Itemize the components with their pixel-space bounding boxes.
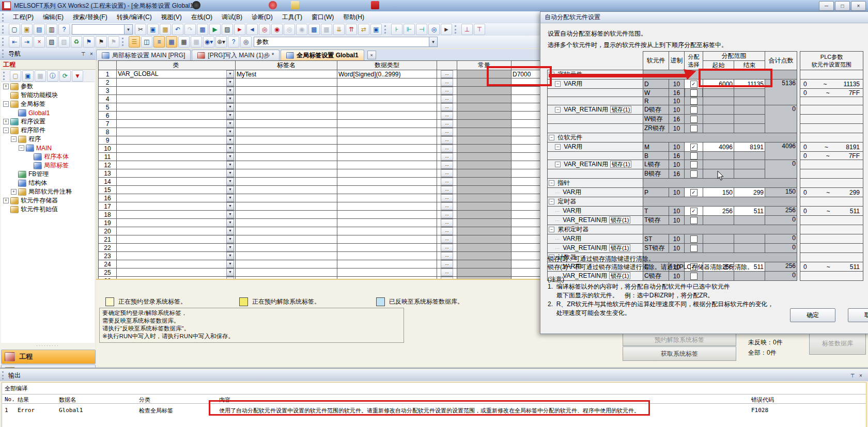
output-content[interactable]: 使用了自动分配软元件设置中设置的软元件范围的软元件。请重新修改自动分配软元件设置… (219, 407, 640, 415)
import-file-icon[interactable]: ⇊ (333, 24, 345, 35)
class-dropdown-icon[interactable]: ▼ (226, 169, 234, 177)
monitor-icon[interactable]: ▣ (370, 24, 382, 35)
data-type-cell[interactable] (337, 219, 437, 227)
range-start-cell[interactable] (703, 160, 734, 169)
range-end-cell[interactable]: 8191 (734, 143, 765, 152)
panel-splitter[interactable]: ········· (1, 344, 95, 349)
browse-button[interactable]: ... (441, 252, 453, 260)
browse-button[interactable]: ... (441, 78, 453, 86)
tab-close-button[interactable]: × (367, 51, 376, 59)
label-name-cell[interactable] (236, 128, 337, 136)
range-start-cell[interactable]: 4096 (703, 143, 734, 152)
label-name-cell[interactable] (236, 145, 337, 153)
label-name-cell[interactable] (236, 211, 337, 219)
label-name-cell[interactable] (236, 202, 337, 211)
write-to-plc-icon[interactable]: ► (234, 24, 245, 35)
label-name-cell[interactable] (236, 161, 337, 169)
nav-close-icon[interactable]: × (87, 50, 96, 57)
class-cell[interactable]: ▼ (117, 235, 236, 244)
flag-clear-icon[interactable]: ⚑ (96, 36, 107, 48)
data-type-cell[interactable] (337, 211, 437, 219)
expand-icon[interactable]: + (3, 198, 9, 203)
collapse-icon[interactable]: − (549, 227, 554, 232)
browse-button[interactable]: ... (441, 87, 453, 94)
browse-button[interactable]: ... (441, 161, 453, 169)
browse-button[interactable]: ... (441, 244, 453, 251)
class-cell[interactable]: ▼ (117, 78, 236, 87)
module-config-icon[interactable]: ◫ (141, 36, 152, 48)
reserve-release-system-label-button[interactable]: 预约解除系统标签 (623, 334, 736, 346)
data-type-cell[interactable] (337, 178, 437, 186)
class-cell[interactable]: ▼ (117, 268, 236, 277)
unchecked-checkbox[interactable] (690, 245, 698, 252)
collapse-icon[interactable]: − (3, 101, 9, 107)
range-start-cell[interactable] (703, 115, 734, 124)
tree-item-软元件初始值[interactable]: 软元件初始值 (1, 205, 95, 214)
row-number[interactable]: 11 (99, 153, 117, 161)
class-cell[interactable]: ▼ (117, 153, 236, 161)
class-dropdown-icon[interactable]: ▼ (226, 128, 234, 136)
class-dropdown-icon[interactable]: ▼ (226, 70, 234, 78)
browse-button[interactable]: ... (441, 153, 453, 161)
browse-button[interactable]: ... (441, 120, 453, 128)
class-dropdown-icon[interactable]: ▼ (226, 211, 234, 218)
range-start-cell[interactable] (703, 124, 734, 133)
collapse-icon[interactable]: − (3, 128, 9, 133)
class-cell[interactable]: ▼ (117, 194, 236, 202)
undo-icon[interactable]: ↶ (172, 24, 183, 35)
row-number[interactable]: 16 (99, 194, 117, 202)
find-device-icon[interactable]: ◎ (259, 24, 270, 35)
open-project-icon[interactable]: ▣ (21, 24, 33, 35)
unchecked-checkbox[interactable] (690, 217, 698, 224)
class-cell[interactable]: ▼ (117, 178, 236, 186)
class-dropdown-icon[interactable]: ▼ (226, 219, 234, 227)
row-number[interactable]: 8 (99, 128, 117, 136)
output-pin-icon[interactable]: ⊤ (848, 372, 857, 379)
flag-disabled-icon[interactable]: ⚑ (108, 36, 119, 48)
collapse-icon[interactable]: − (549, 72, 554, 77)
class-cell[interactable]: ▼ (117, 103, 236, 112)
data-type-cell[interactable] (337, 260, 437, 268)
tree-item-结构体[interactable]: 结构体 (1, 179, 95, 187)
menu-工具[interactable]: 工具(T) (277, 12, 307, 22)
range-start-cell[interactable] (703, 244, 734, 253)
tree-item-局部软元件注释[interactable]: +局部软元件注释 (1, 187, 95, 196)
nav-pin-icon[interactable]: ⊤ (79, 50, 87, 57)
class-dropdown-icon[interactable]: ▼ (226, 78, 234, 86)
menu-视图[interactable]: 视图(V) (157, 12, 187, 22)
checked-checkbox[interactable]: ✓ (690, 189, 698, 196)
row-number[interactable]: 12 (99, 161, 117, 169)
help-icon[interactable]: ? (58, 24, 70, 35)
unchecked-checkbox[interactable] (690, 235, 698, 243)
browse-button[interactable]: ... (441, 145, 453, 152)
class-cell[interactable]: ▼ (117, 219, 236, 227)
sidebar-item-project[interactable]: 工程 (1, 350, 96, 364)
browse-button[interactable]: ... (441, 260, 453, 268)
browse-button[interactable]: ... (441, 169, 453, 177)
range-start-cell[interactable]: 256 (703, 207, 734, 216)
range-end-cell[interactable] (734, 105, 765, 115)
close-button[interactable]: × (851, 1, 866, 11)
row-number[interactable]: 7 (99, 120, 117, 128)
label-name-cell[interactable] (236, 169, 337, 178)
device-memory-grid-icon[interactable]: ▦ (178, 36, 190, 48)
row-number[interactable]: 10 (99, 145, 117, 153)
class-cell[interactable]: ▼ (117, 202, 236, 211)
tree-item-Global1[interactable]: Global1 (1, 108, 95, 117)
row-number[interactable]: 1 (99, 70, 117, 78)
label-name-cell[interactable] (236, 219, 337, 227)
device-comment-edit-icon[interactable]: ♻ (71, 36, 82, 48)
unchecked-checkbox[interactable] (690, 273, 698, 280)
zoom-target-dropdown-icon[interactable]: ⊕▾ (215, 36, 227, 48)
class-cell[interactable]: ▼ (117, 112, 236, 120)
data-type-cell[interactable] (337, 227, 437, 235)
class-dropdown-icon[interactable]: ▼ (226, 112, 234, 119)
class-dropdown-icon[interactable]: ▼ (226, 202, 234, 210)
menu-在线[interactable]: 在线(O) (187, 12, 217, 22)
unchecked-checkbox[interactable] (690, 161, 698, 168)
redo-icon[interactable]: ↷ (184, 24, 196, 35)
row-number[interactable]: 23 (99, 252, 117, 260)
browse-button[interactable]: ... (441, 219, 453, 227)
class-dropdown-icon[interactable]: ▼ (226, 153, 234, 161)
class-cell[interactable]: ▼ (117, 260, 236, 268)
